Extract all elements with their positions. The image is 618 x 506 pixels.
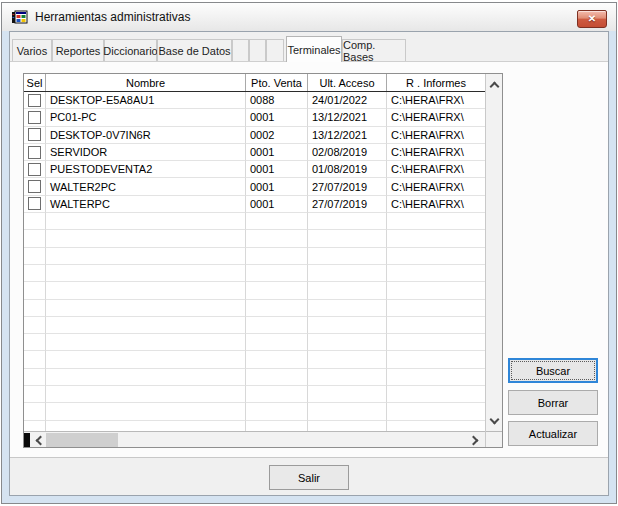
- cell-nombre: [46, 248, 246, 265]
- tab-diccionario[interactable]: Diccionario: [104, 39, 157, 61]
- cell-r-informes: C:\HERA\FRX\: [387, 92, 485, 109]
- cell-pto-venta: 0001: [246, 178, 308, 195]
- cell-nombre: [46, 386, 246, 403]
- actualizar-button[interactable]: Actualizar: [508, 421, 598, 446]
- vertical-scrollbar[interactable]: [486, 74, 502, 431]
- column-header-nombre[interactable]: Nombre: [46, 74, 246, 91]
- scroll-right-button[interactable]: [468, 433, 482, 447]
- tab-empty-4[interactable]: [232, 39, 249, 61]
- cell-r-informes: [387, 351, 485, 368]
- table-row-empty: [24, 369, 485, 386]
- cell-nombre: [46, 369, 246, 386]
- cell-nombre: WALTERPC: [46, 196, 246, 213]
- close-button[interactable]: ✕: [577, 10, 607, 28]
- column-header-r-informes[interactable]: R . Informes: [387, 74, 485, 91]
- buscar-button[interactable]: Buscar: [508, 358, 598, 383]
- cell-r-informes: C:\HERA\FRX\: [387, 127, 485, 144]
- cell-ult-acceso: [308, 230, 387, 247]
- cell-ult-acceso: [308, 421, 387, 431]
- cell-pto-venta: [246, 403, 308, 420]
- chevron-right-icon: [469, 435, 479, 445]
- cell-nombre: [46, 334, 246, 351]
- sel-cell: [24, 92, 46, 109]
- row-checkbox[interactable]: [28, 163, 41, 176]
- cell-ult-acceso: [308, 300, 387, 317]
- window-title: Herramientas administrativas: [35, 10, 190, 24]
- table-row[interactable]: WALTERPC000127/07/2019C:\HERA\FRX\: [24, 196, 485, 213]
- cell-r-informes: C:\HERA\FRX\: [387, 161, 485, 178]
- table-row[interactable]: DESKTOP-E5A8AU1008824/01/2022C:\HERA\FRX…: [24, 92, 485, 109]
- cell-ult-acceso: [308, 351, 387, 368]
- salir-button[interactable]: Salir: [269, 465, 349, 490]
- sel-cell: [24, 317, 46, 334]
- borrar-button[interactable]: Borrar: [508, 390, 598, 415]
- cell-nombre: WALTER2PC: [46, 178, 246, 195]
- column-header-ult-acceso[interactable]: Ult. Acceso: [308, 74, 387, 91]
- cell-pto-venta: [246, 369, 308, 386]
- table-row-empty: [24, 282, 485, 299]
- sel-cell: [24, 178, 46, 195]
- horizontal-scrollbar[interactable]: [24, 431, 485, 447]
- tab-comp-bases[interactable]: Comp. Bases: [342, 39, 406, 61]
- sel-cell: [24, 403, 46, 420]
- cell-r-informes: [387, 334, 485, 351]
- bottom-bar: Salir: [10, 457, 608, 495]
- table-row[interactable]: DESKTOP-0V7IN6R000213/12/2021C:\HERA\FRX…: [24, 127, 485, 144]
- table-row[interactable]: PUESTODEVENTA2000101/08/2019C:\HERA\FRX\: [24, 161, 485, 178]
- row-checkbox[interactable]: [28, 111, 41, 124]
- cell-nombre: [46, 265, 246, 282]
- column-header-sel[interactable]: Sel: [24, 74, 46, 91]
- table-row[interactable]: SERVIDOR000102/08/2019C:\HERA\FRX\: [24, 144, 485, 161]
- grid-header: SelNombrePto. VentaUlt. AccesoR . Inform…: [24, 74, 485, 92]
- cell-nombre: SERVIDOR: [46, 144, 246, 161]
- row-checkbox[interactable]: [28, 94, 41, 107]
- cell-pto-venta: 0001: [246, 109, 308, 126]
- scroll-left-button[interactable]: [32, 433, 46, 447]
- cell-nombre: [46, 351, 246, 368]
- tab-reportes[interactable]: Reportes: [52, 39, 104, 61]
- cell-pto-venta: [246, 351, 308, 368]
- windows-logo-icon: [12, 9, 28, 25]
- tab-varios[interactable]: Varios: [12, 39, 52, 61]
- table-row[interactable]: PC01-PC000113/12/2021C:\HERA\FRX\: [24, 109, 485, 126]
- tab-empty-6[interactable]: [266, 39, 284, 61]
- cell-nombre: [46, 403, 246, 420]
- cell-ult-acceso: [308, 403, 387, 420]
- tab-label: Terminales: [287, 44, 340, 56]
- column-header-pto-venta[interactable]: Pto. Venta: [246, 74, 308, 91]
- sel-cell: [24, 386, 46, 403]
- table-row[interactable]: WALTER2PC000127/07/2019C:\HERA\FRX\: [24, 178, 485, 195]
- sel-cell: [24, 334, 46, 351]
- title-bar[interactable]: Herramientas administrativas ✕: [2, 3, 616, 31]
- cell-ult-acceso: 13/12/2021: [308, 109, 387, 126]
- scroll-down-button[interactable]: [486, 413, 502, 429]
- row-checkbox[interactable]: [28, 180, 41, 193]
- cell-r-informes: [387, 369, 485, 386]
- cell-ult-acceso: 27/07/2019: [308, 196, 387, 213]
- horizontal-scroll-thumb[interactable]: [46, 433, 118, 447]
- sel-cell: [24, 144, 46, 161]
- tab-page-terminales: SelNombrePto. VentaUlt. AccesoR . Inform…: [10, 61, 608, 457]
- scroll-up-button[interactable]: [486, 76, 502, 92]
- row-checkbox[interactable]: [28, 146, 41, 159]
- cell-r-informes: [387, 421, 485, 431]
- cell-r-informes: C:\HERA\FRX\: [387, 144, 485, 161]
- sel-cell: [24, 369, 46, 386]
- cell-r-informes: [387, 282, 485, 299]
- cell-r-informes: [387, 403, 485, 420]
- chevron-up-icon: [489, 81, 499, 91]
- row-checkbox[interactable]: [28, 197, 41, 210]
- row-checkbox[interactable]: [28, 128, 41, 141]
- tab-empty-5[interactable]: [249, 39, 266, 61]
- tab-terminales[interactable]: Terminales: [286, 36, 342, 62]
- cell-pto-venta: [246, 265, 308, 282]
- cell-r-informes: [387, 248, 485, 265]
- cell-ult-acceso: [308, 213, 387, 230]
- sel-cell: [24, 196, 46, 213]
- cell-ult-acceso: [308, 334, 387, 351]
- sel-cell: [24, 421, 46, 431]
- cell-nombre: [46, 421, 246, 431]
- cell-pto-venta: 0001: [246, 144, 308, 161]
- cell-nombre: PC01-PC: [46, 109, 246, 126]
- tab-base-de-datos[interactable]: Base de Datos: [157, 39, 232, 61]
